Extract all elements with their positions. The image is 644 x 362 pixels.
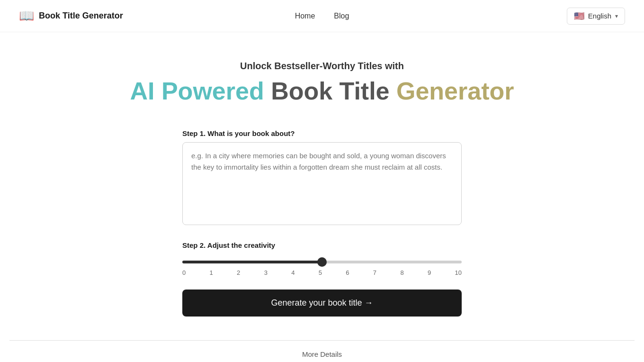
main-content: Unlock Bestseller-Worthy Titles with AI … (0, 32, 644, 362)
step1-label: Step 1. What is your book about? (182, 129, 462, 137)
site-title: Book Title Generator (39, 11, 123, 21)
slider-tick: 6 (346, 269, 349, 276)
heading-powered: Powered (161, 77, 271, 105)
slider-tick: 7 (373, 269, 376, 276)
heading-title: Title (340, 77, 396, 105)
creativity-slider[interactable] (182, 261, 462, 263)
hero-subtitle: Unlock Bestseller-Worthy Titles with (240, 61, 404, 72)
language-selector[interactable]: 🇺🇸 English ▾ (567, 8, 625, 25)
slider-labels: 012345678910 (182, 269, 462, 276)
slider-tick: 1 (210, 269, 213, 276)
heading-generator: Generator (396, 77, 514, 105)
nav-home[interactable]: Home (295, 12, 315, 20)
slider-tick: 0 (182, 269, 186, 276)
logo-area: 📖 Book Title Generator (19, 9, 123, 23)
nav-blog[interactable]: Blog (334, 12, 349, 20)
flag-icon: 🇺🇸 (574, 11, 584, 21)
language-label: English (588, 12, 611, 20)
heading-book: Book (271, 77, 339, 105)
slider-tick: 2 (237, 269, 240, 276)
slider-tick: 9 (428, 269, 431, 276)
more-details-section: More Details (9, 340, 635, 359)
chevron-down-icon: ▾ (615, 13, 618, 19)
more-details-label[interactable]: More Details (302, 350, 342, 358)
site-header: 📖 Book Title Generator Home Blog 🇺🇸 Engl… (0, 0, 644, 32)
slider-tick: 3 (264, 269, 268, 276)
slider-tick: 5 (319, 269, 322, 276)
slider-tick: 8 (400, 269, 403, 276)
main-nav: Home Blog (295, 12, 349, 20)
hero-heading: AI Powered Book Title Generator (130, 77, 514, 106)
slider-tick: 10 (455, 269, 461, 276)
slider-tick: 4 (291, 269, 295, 276)
generate-button[interactable]: Generate your book title → (182, 290, 462, 317)
heading-ai: AI (130, 77, 161, 105)
book-description-input[interactable] (182, 142, 462, 225)
logo-icon: 📖 (19, 9, 34, 23)
generator-form: Step 1. What is your book about? Step 2.… (182, 129, 462, 335)
creativity-slider-container: 012345678910 (182, 257, 462, 276)
step2-label: Step 2. Adjust the creativity (182, 241, 462, 249)
